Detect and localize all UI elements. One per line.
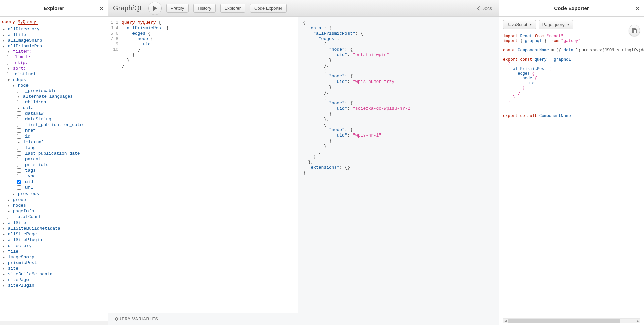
node-subfield[interactable]: id <box>25 134 31 139</box>
caret-icon[interactable] <box>7 79 10 82</box>
code-exporter-button[interactable]: Code Exporter <box>250 4 287 13</box>
field-checkbox[interactable] <box>17 168 21 173</box>
field-checkbox[interactable] <box>17 123 21 127</box>
root-field[interactable]: allSiteBuildMetadata <box>8 226 60 231</box>
caret-icon[interactable] <box>2 45 5 48</box>
node-subfield[interactable]: url <box>25 185 33 190</box>
caret-icon[interactable] <box>7 204 10 208</box>
scroll-thumb[interactable] <box>508 319 620 323</box>
root-field[interactable]: directory <box>8 243 32 248</box>
caret-icon[interactable] <box>2 227 5 231</box>
field-checkbox[interactable] <box>17 157 21 161</box>
caret-icon[interactable] <box>7 67 10 71</box>
field-checkbox[interactable] <box>7 72 11 76</box>
node-subfield[interactable]: dataString <box>25 117 51 122</box>
caret-icon[interactable] <box>2 267 5 271</box>
caret-icon[interactable] <box>17 95 20 99</box>
root-field[interactable]: allPrismicPost <box>8 44 45 49</box>
caret-icon[interactable] <box>7 198 10 202</box>
exporter-code[interactable]: import React from "react" import { graph… <box>499 33 644 318</box>
sibling-field[interactable]: nodes <box>13 203 26 208</box>
node-subfield[interactable]: href <box>25 128 36 133</box>
caret-icon[interactable] <box>2 261 5 265</box>
sibling-field[interactable]: totalCount <box>15 214 41 219</box>
field-checkbox[interactable] <box>17 117 21 121</box>
exporter-h-scrollbar[interactable]: ◀ ▶ <box>503 318 640 323</box>
tree-arg[interactable]: sort: <box>13 66 26 71</box>
field-checkbox[interactable] <box>17 180 21 184</box>
field-checkbox[interactable] <box>17 163 21 167</box>
caret-icon[interactable] <box>2 250 5 254</box>
caret-icon[interactable] <box>2 278 5 282</box>
node-subfield[interactable]: _previewable <box>25 88 57 93</box>
caret-icon[interactable] <box>2 39 5 43</box>
root-field[interactable]: allSite <box>8 220 26 225</box>
query-variables-bar[interactable]: QUERY VARIABLES <box>108 313 298 325</box>
node-subfield[interactable]: internal <box>23 140 44 145</box>
node-subfield[interactable]: lang <box>25 145 36 150</box>
root-field[interactable]: allDirectory <box>8 26 40 32</box>
node-subfield[interactable]: tags <box>25 168 36 173</box>
field-checkbox[interactable] <box>17 89 21 93</box>
caret-icon[interactable] <box>12 84 15 88</box>
node-field[interactable]: node <box>18 83 29 88</box>
root-field[interactable]: sitePage <box>8 277 29 282</box>
sibling-field[interactable]: group <box>13 197 26 202</box>
caret-icon[interactable] <box>2 33 5 37</box>
prettify-button[interactable]: Prettify <box>166 4 189 13</box>
root-field[interactable]: allImageSharp <box>8 38 42 43</box>
caret-icon[interactable] <box>2 256 5 259</box>
tree-arg[interactable]: limit: <box>15 55 31 60</box>
root-field[interactable]: allSitePage <box>8 232 37 237</box>
field-checkbox[interactable] <box>17 134 21 139</box>
node-subfield[interactable]: data <box>23 105 34 110</box>
caret-icon[interactable] <box>2 238 5 242</box>
tree-arg[interactable]: distinct <box>15 72 36 77</box>
caret-icon[interactable] <box>2 28 5 31</box>
field-checkbox[interactable] <box>17 100 21 104</box>
tree-arg[interactable]: filter: <box>13 49 32 54</box>
field-checkbox[interactable] <box>17 151 21 156</box>
explorer-tree[interactable]: allDirectory allFile allImageSharp allPr… <box>2 26 107 288</box>
field-checkbox[interactable] <box>17 128 21 133</box>
tree-arg[interactable]: skip: <box>15 60 28 65</box>
caret-icon[interactable] <box>2 221 5 225</box>
field-checkbox[interactable] <box>17 146 21 150</box>
query-editor[interactable]: 1 2 3 4 5 6 7 8 9 10 query MyQuery { all… <box>108 17 298 313</box>
field-checkbox[interactable] <box>17 174 21 178</box>
code-exporter-close-icon[interactable]: × <box>635 5 639 12</box>
caret-icon[interactable] <box>2 233 5 236</box>
field-checkbox[interactable] <box>17 185 21 190</box>
root-field[interactable]: allSitePlugin <box>8 237 42 242</box>
node-subfield[interactable]: last_publication_date <box>25 151 80 156</box>
node-subfield[interactable]: first_publication_date <box>25 122 83 127</box>
caret-icon[interactable] <box>17 106 20 110</box>
scroll-right-icon[interactable]: ▶ <box>635 319 640 323</box>
explorer-bottom-scrollbar[interactable] <box>0 321 108 325</box>
node-subfield[interactable]: type <box>25 174 36 179</box>
query-name-input[interactable] <box>18 19 38 25</box>
edges-field[interactable]: edges <box>13 77 26 83</box>
caret-icon[interactable] <box>17 141 20 144</box>
node-subfield[interactable]: alternate_languages <box>23 94 73 99</box>
result-panel[interactable]: { "data": { "allPrismicPost": { "edges":… <box>298 17 499 325</box>
exporter-mode-select[interactable]: Page query ▼ <box>539 20 573 29</box>
field-checkbox[interactable] <box>7 55 11 59</box>
node-subfield[interactable]: uid <box>25 179 33 184</box>
history-button[interactable]: History <box>193 4 215 13</box>
execute-button[interactable] <box>148 2 162 15</box>
caret-icon[interactable] <box>2 244 5 248</box>
root-field[interactable]: sitePlugin <box>8 283 34 288</box>
root-field[interactable]: allFile <box>8 32 26 37</box>
explorer-close-icon[interactable]: × <box>99 5 103 12</box>
previous-field[interactable]: previous <box>18 191 39 196</box>
caret-icon[interactable] <box>2 284 5 288</box>
caret-icon[interactable] <box>12 192 15 196</box>
root-field[interactable]: prismicPost <box>8 260 37 265</box>
caret-icon[interactable] <box>2 273 5 276</box>
sibling-field[interactable]: pageInfo <box>13 209 34 214</box>
node-subfield[interactable]: prismicId <box>25 162 49 167</box>
caret-icon[interactable] <box>7 210 10 213</box>
root-field[interactable]: site <box>8 266 18 271</box>
scroll-left-icon[interactable]: ◀ <box>503 319 508 323</box>
